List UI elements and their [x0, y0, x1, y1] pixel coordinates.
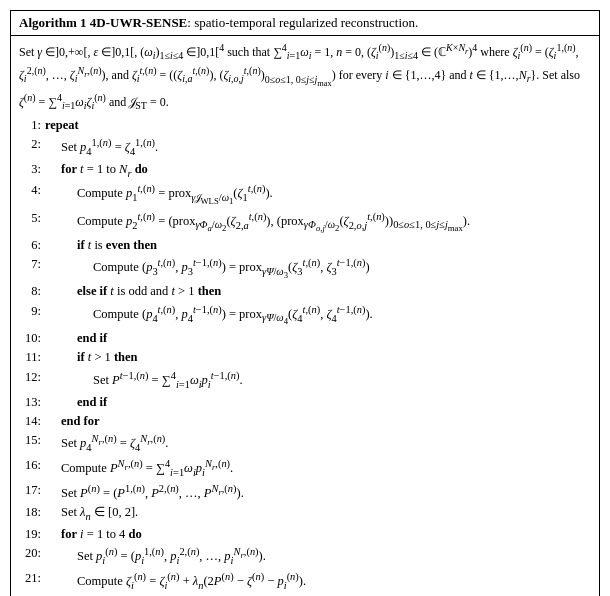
line-num-18: 18:	[19, 503, 41, 522]
line-num-20: 20:	[19, 544, 41, 563]
line-9: 9: Compute (p4t,(n), p4t−1,(n)) = proxγΨ…	[19, 302, 591, 329]
algorithm-label: Algorithm 1 4D-UWR-SENSE	[19, 15, 187, 30]
algorithm-header: Algorithm 1 4D-UWR-SENSE: spatio-tempora…	[11, 11, 599, 36]
line-content-13: end if	[45, 393, 591, 412]
line-content-18: Set λn ∈ [0, 2].	[45, 503, 591, 525]
line-content-6: if t is even then	[45, 236, 591, 255]
line-17: 17: Set P(n) = (P1,(n), P2,(n), …, PNr,(…	[19, 481, 591, 504]
line-4: 4: Compute p1t,(n) = proxγ𝒥WLS/ω1(ζ1t,(n…	[19, 181, 591, 208]
line-num-7: 7:	[19, 255, 41, 274]
line-1: 1: repeat	[19, 116, 591, 135]
line-num-6: 6:	[19, 236, 41, 255]
line-num-5: 5:	[19, 209, 41, 228]
init-line: Set γ ∈]0,+∞[, ε ∈]0,1[, (ωi)1≤i≤4 ∈]0,1…	[19, 40, 591, 114]
line-num-8: 8:	[19, 282, 41, 301]
line-num-1: 1:	[19, 116, 41, 135]
line-14: 14: end for	[19, 412, 591, 431]
line-num-2: 2:	[19, 135, 41, 154]
line-18: 18: Set λn ∈ [0, 2].	[19, 503, 591, 525]
line-content-12: Set Pt−1,(n) = ∑4i=1ωipit−1,(n).	[45, 368, 591, 393]
line-num-15: 15:	[19, 431, 41, 450]
line-num-11: 11:	[19, 348, 41, 367]
line-content-17: Set P(n) = (P1,(n), P2,(n), …, PNr,(n)).	[45, 481, 591, 504]
line-content-11: if t > 1 then	[45, 348, 591, 367]
line-content-7: Compute (p3t,(n), p3t−1,(n)) = proxγΨ/ω3…	[45, 255, 591, 282]
line-content-5: Compute p2t,(n) = (proxγΦa/ω2(ζ2,at,(n))…	[45, 209, 591, 236]
line-content-15: Set p4Nr,(n) = ζ4Nr,(n).	[45, 431, 591, 456]
line-num-9: 9:	[19, 302, 41, 321]
line-num-12: 12:	[19, 368, 41, 387]
line-content-8: else if t is odd and t > 1 then	[45, 282, 591, 301]
line-12: 12: Set Pt−1,(n) = ∑4i=1ωipit−1,(n).	[19, 368, 591, 393]
line-content-2: Set p41,(n) = ζ41,(n).	[45, 135, 591, 160]
line-11: 11: if t > 1 then	[19, 348, 591, 367]
algorithm-subtitle: : spatio-temporal regularized reconstruc…	[187, 15, 418, 30]
line-2: 2: Set p41,(n) = ζ41,(n).	[19, 135, 591, 160]
line-16: 16: Compute PNr,(n) = ∑4i=1ωipiNr,(n).	[19, 456, 591, 481]
line-15: 15: Set p4Nr,(n) = ζ4Nr,(n).	[19, 431, 591, 456]
line-8: 8: else if t is odd and t > 1 then	[19, 282, 591, 301]
line-num-19: 19:	[19, 525, 41, 544]
line-content-21: Compute ζi(n) = ζi(n) + λn(2P(n) − ζ(n) …	[45, 569, 591, 594]
line-content-20: Set pi(n) = (pi1,(n), pi2,(n), …, piNr,(…	[45, 544, 591, 569]
line-num-14: 14:	[19, 412, 41, 431]
line-3: 3: for t = 1 to Nr do	[19, 160, 591, 182]
line-21: 21: Compute ζi(n) = ζi(n) + λn(2P(n) − ζ…	[19, 569, 591, 594]
line-content-9: Compute (p4t,(n), p4t−1,(n)) = proxγΨ/ω4…	[45, 302, 591, 329]
line-num-16: 16:	[19, 456, 41, 475]
line-19: 19: for i = 1 to 4 do	[19, 525, 591, 544]
line-7: 7: Compute (p3t,(n), p3t−1,(n)) = proxγΨ…	[19, 255, 591, 282]
algorithm-box: Algorithm 1 4D-UWR-SENSE: spatio-tempora…	[10, 10, 600, 596]
line-content-14: end for	[45, 412, 591, 431]
line-10: 10: end if	[19, 329, 591, 348]
line-num-21: 21:	[19, 569, 41, 588]
line-content-10: end if	[45, 329, 591, 348]
line-content-16: Compute PNr,(n) = ∑4i=1ωipiNr,(n).	[45, 456, 591, 481]
line-content-1: repeat	[45, 116, 591, 135]
algorithm-body: Set γ ∈]0,+∞[, ε ∈]0,1[, (ωi)1≤i≤4 ∈]0,1…	[11, 36, 599, 596]
line-content-3: for t = 1 to Nr do	[45, 160, 591, 182]
line-13: 13: end if	[19, 393, 591, 412]
algorithm-title: 4D-UWR-SENSE	[90, 15, 188, 30]
line-content-4: Compute p1t,(n) = proxγ𝒥WLS/ω1(ζ1t,(n)).	[45, 181, 591, 208]
line-num-13: 13:	[19, 393, 41, 412]
line-20: 20: Set pi(n) = (pi1,(n), pi2,(n), …, pi…	[19, 544, 591, 569]
line-num-3: 3:	[19, 160, 41, 179]
line-6: 6: if t is even then	[19, 236, 591, 255]
line-content-19: for i = 1 to 4 do	[45, 525, 591, 544]
line-num-10: 10:	[19, 329, 41, 348]
line-5: 5: Compute p2t,(n) = (proxγΦa/ω2(ζ2,at,(…	[19, 209, 591, 236]
line-num-17: 17:	[19, 481, 41, 500]
line-num-4: 4:	[19, 181, 41, 200]
